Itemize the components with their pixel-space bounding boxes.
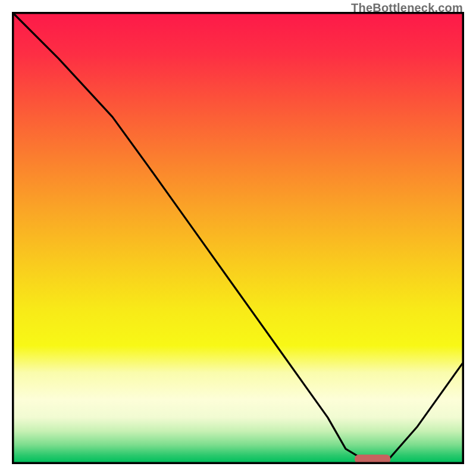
chart-frame [12, 12, 464, 464]
gradient-background [14, 14, 462, 462]
bottleneck-chart [12, 12, 464, 464]
